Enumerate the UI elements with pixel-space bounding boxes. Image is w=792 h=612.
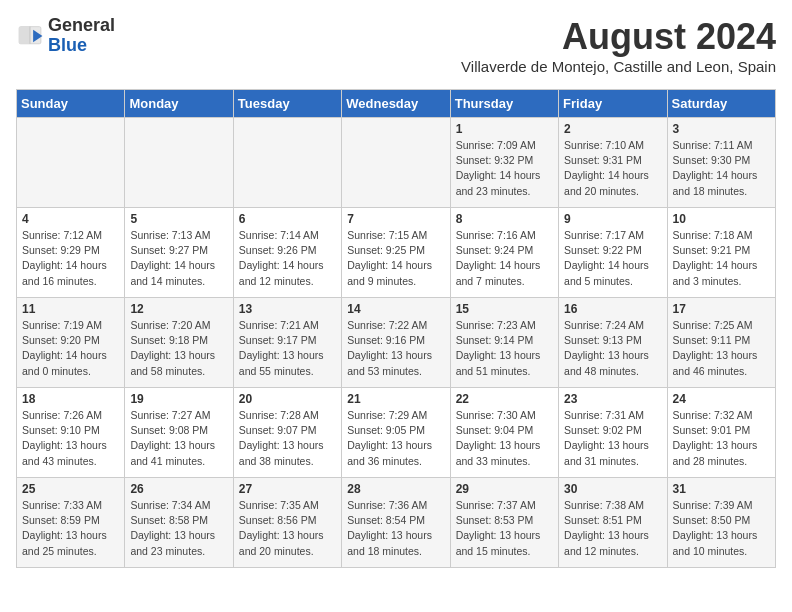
day-number: 21 — [347, 392, 444, 406]
day-number: 4 — [22, 212, 119, 226]
calendar-cell: 26Sunrise: 7:34 AM Sunset: 8:58 PM Dayli… — [125, 478, 233, 568]
calendar-cell: 22Sunrise: 7:30 AM Sunset: 9:04 PM Dayli… — [450, 388, 558, 478]
calendar-cell: 4Sunrise: 7:12 AM Sunset: 9:29 PM Daylig… — [17, 208, 125, 298]
day-number: 29 — [456, 482, 553, 496]
day-number: 15 — [456, 302, 553, 316]
day-info: Sunrise: 7:28 AM Sunset: 9:07 PM Dayligh… — [239, 408, 336, 469]
calendar-cell: 18Sunrise: 7:26 AM Sunset: 9:10 PM Dayli… — [17, 388, 125, 478]
calendar-cell: 2Sunrise: 7:10 AM Sunset: 9:31 PM Daylig… — [559, 118, 667, 208]
day-info: Sunrise: 7:14 AM Sunset: 9:26 PM Dayligh… — [239, 228, 336, 289]
svg-rect-2 — [19, 26, 30, 43]
day-number: 7 — [347, 212, 444, 226]
day-info: Sunrise: 7:34 AM Sunset: 8:58 PM Dayligh… — [130, 498, 227, 559]
logo-text: General Blue — [48, 16, 115, 56]
calendar-cell — [342, 118, 450, 208]
day-info: Sunrise: 7:38 AM Sunset: 8:51 PM Dayligh… — [564, 498, 661, 559]
day-info: Sunrise: 7:35 AM Sunset: 8:56 PM Dayligh… — [239, 498, 336, 559]
calendar-cell: 12Sunrise: 7:20 AM Sunset: 9:18 PM Dayli… — [125, 298, 233, 388]
day-number: 2 — [564, 122, 661, 136]
calendar-cell: 27Sunrise: 7:35 AM Sunset: 8:56 PM Dayli… — [233, 478, 341, 568]
calendar-cell — [233, 118, 341, 208]
day-info: Sunrise: 7:16 AM Sunset: 9:24 PM Dayligh… — [456, 228, 553, 289]
day-info: Sunrise: 7:36 AM Sunset: 8:54 PM Dayligh… — [347, 498, 444, 559]
day-info: Sunrise: 7:09 AM Sunset: 9:32 PM Dayligh… — [456, 138, 553, 199]
day-number: 17 — [673, 302, 770, 316]
day-header-saturday: Saturday — [667, 90, 775, 118]
day-info: Sunrise: 7:17 AM Sunset: 9:22 PM Dayligh… — [564, 228, 661, 289]
calendar-cell: 15Sunrise: 7:23 AM Sunset: 9:14 PM Dayli… — [450, 298, 558, 388]
day-number: 16 — [564, 302, 661, 316]
day-number: 1 — [456, 122, 553, 136]
day-number: 28 — [347, 482, 444, 496]
calendar-cell: 11Sunrise: 7:19 AM Sunset: 9:20 PM Dayli… — [17, 298, 125, 388]
calendar-cell: 21Sunrise: 7:29 AM Sunset: 9:05 PM Dayli… — [342, 388, 450, 478]
day-number: 23 — [564, 392, 661, 406]
week-row-1: 1Sunrise: 7:09 AM Sunset: 9:32 PM Daylig… — [17, 118, 776, 208]
day-info: Sunrise: 7:12 AM Sunset: 9:29 PM Dayligh… — [22, 228, 119, 289]
day-number: 30 — [564, 482, 661, 496]
day-info: Sunrise: 7:25 AM Sunset: 9:11 PM Dayligh… — [673, 318, 770, 379]
day-number: 25 — [22, 482, 119, 496]
calendar-cell — [125, 118, 233, 208]
logo: General Blue — [16, 16, 115, 56]
day-info: Sunrise: 7:13 AM Sunset: 9:27 PM Dayligh… — [130, 228, 227, 289]
calendar-cell: 19Sunrise: 7:27 AM Sunset: 9:08 PM Dayli… — [125, 388, 233, 478]
day-info: Sunrise: 7:27 AM Sunset: 9:08 PM Dayligh… — [130, 408, 227, 469]
week-row-5: 25Sunrise: 7:33 AM Sunset: 8:59 PM Dayli… — [17, 478, 776, 568]
day-info: Sunrise: 7:31 AM Sunset: 9:02 PM Dayligh… — [564, 408, 661, 469]
day-header-tuesday: Tuesday — [233, 90, 341, 118]
day-number: 11 — [22, 302, 119, 316]
day-number: 8 — [456, 212, 553, 226]
day-info: Sunrise: 7:15 AM Sunset: 9:25 PM Dayligh… — [347, 228, 444, 289]
day-number: 19 — [130, 392, 227, 406]
calendar-cell: 9Sunrise: 7:17 AM Sunset: 9:22 PM Daylig… — [559, 208, 667, 298]
day-header-monday: Monday — [125, 90, 233, 118]
calendar-cell: 13Sunrise: 7:21 AM Sunset: 9:17 PM Dayli… — [233, 298, 341, 388]
calendar-cell: 7Sunrise: 7:15 AM Sunset: 9:25 PM Daylig… — [342, 208, 450, 298]
day-number: 31 — [673, 482, 770, 496]
day-info: Sunrise: 7:29 AM Sunset: 9:05 PM Dayligh… — [347, 408, 444, 469]
day-info: Sunrise: 7:21 AM Sunset: 9:17 PM Dayligh… — [239, 318, 336, 379]
day-info: Sunrise: 7:32 AM Sunset: 9:01 PM Dayligh… — [673, 408, 770, 469]
day-header-wednesday: Wednesday — [342, 90, 450, 118]
day-header-friday: Friday — [559, 90, 667, 118]
week-row-3: 11Sunrise: 7:19 AM Sunset: 9:20 PM Dayli… — [17, 298, 776, 388]
day-header-thursday: Thursday — [450, 90, 558, 118]
day-header-sunday: Sunday — [17, 90, 125, 118]
day-info: Sunrise: 7:20 AM Sunset: 9:18 PM Dayligh… — [130, 318, 227, 379]
calendar-cell: 31Sunrise: 7:39 AM Sunset: 8:50 PM Dayli… — [667, 478, 775, 568]
day-number: 3 — [673, 122, 770, 136]
general-blue-logo-icon — [16, 22, 44, 50]
days-of-week-row: SundayMondayTuesdayWednesdayThursdayFrid… — [17, 90, 776, 118]
logo-general: General — [48, 15, 115, 35]
calendar-cell: 20Sunrise: 7:28 AM Sunset: 9:07 PM Dayli… — [233, 388, 341, 478]
day-info: Sunrise: 7:24 AM Sunset: 9:13 PM Dayligh… — [564, 318, 661, 379]
calendar-cell: 17Sunrise: 7:25 AM Sunset: 9:11 PM Dayli… — [667, 298, 775, 388]
day-info: Sunrise: 7:26 AM Sunset: 9:10 PM Dayligh… — [22, 408, 119, 469]
day-number: 6 — [239, 212, 336, 226]
calendar-cell: 3Sunrise: 7:11 AM Sunset: 9:30 PM Daylig… — [667, 118, 775, 208]
calendar-cell: 10Sunrise: 7:18 AM Sunset: 9:21 PM Dayli… — [667, 208, 775, 298]
logo-blue: Blue — [48, 35, 87, 55]
day-info: Sunrise: 7:19 AM Sunset: 9:20 PM Dayligh… — [22, 318, 119, 379]
day-info: Sunrise: 7:33 AM Sunset: 8:59 PM Dayligh… — [22, 498, 119, 559]
calendar-cell: 8Sunrise: 7:16 AM Sunset: 9:24 PM Daylig… — [450, 208, 558, 298]
day-number: 20 — [239, 392, 336, 406]
day-number: 24 — [673, 392, 770, 406]
week-row-2: 4Sunrise: 7:12 AM Sunset: 9:29 PM Daylig… — [17, 208, 776, 298]
calendar-cell — [17, 118, 125, 208]
week-row-4: 18Sunrise: 7:26 AM Sunset: 9:10 PM Dayli… — [17, 388, 776, 478]
location-subtitle: Villaverde de Montejo, Castille and Leon… — [461, 58, 776, 75]
day-number: 9 — [564, 212, 661, 226]
day-info: Sunrise: 7:37 AM Sunset: 8:53 PM Dayligh… — [456, 498, 553, 559]
day-info: Sunrise: 7:39 AM Sunset: 8:50 PM Dayligh… — [673, 498, 770, 559]
day-info: Sunrise: 7:23 AM Sunset: 9:14 PM Dayligh… — [456, 318, 553, 379]
day-number: 14 — [347, 302, 444, 316]
calendar-cell: 16Sunrise: 7:24 AM Sunset: 9:13 PM Dayli… — [559, 298, 667, 388]
day-info: Sunrise: 7:30 AM Sunset: 9:04 PM Dayligh… — [456, 408, 553, 469]
day-number: 26 — [130, 482, 227, 496]
calendar-cell: 25Sunrise: 7:33 AM Sunset: 8:59 PM Dayli… — [17, 478, 125, 568]
day-info: Sunrise: 7:22 AM Sunset: 9:16 PM Dayligh… — [347, 318, 444, 379]
calendar-cell: 1Sunrise: 7:09 AM Sunset: 9:32 PM Daylig… — [450, 118, 558, 208]
day-number: 10 — [673, 212, 770, 226]
